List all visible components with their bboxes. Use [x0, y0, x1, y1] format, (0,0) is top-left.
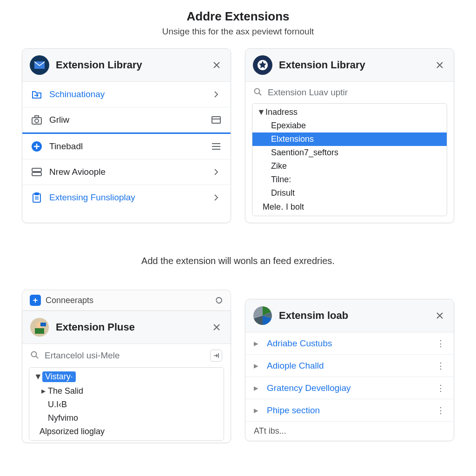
tree-node-nyfvimo[interactable]: Nyfvimo: [29, 411, 224, 425]
page-title: Addre Extensions: [19, 9, 457, 24]
page-header: Addre Extensions Unsige this for the asx…: [19, 9, 457, 37]
tree-node-label: Nyfvimo: [48, 413, 78, 423]
panel4-row-label: Adriabe Custubs: [267, 338, 436, 349]
panel2-header: Extension Library: [245, 49, 454, 82]
panel1-row-label: Grliw: [49, 115, 210, 125]
panel1-row-label: Nrew Avioople: [49, 167, 210, 177]
more-menu-icon[interactable]: ⋮: [436, 361, 445, 371]
disclosure-right-icon: ▸: [254, 338, 260, 349]
panel4-row-phipe-section[interactable]: ▸ Phipe section ⋮: [245, 399, 454, 422]
panel1-row-grliw[interactable]: Grliw: [22, 107, 231, 134]
tree-node-label: Mele․ I bolt: [263, 202, 304, 212]
more-menu-icon[interactable]: ⋮: [436, 405, 445, 416]
search-icon: [31, 351, 40, 360]
svg-point-19: [32, 352, 37, 357]
panel3-top-strip: + Conneerapts: [22, 290, 231, 311]
svg-point-1: [35, 119, 39, 123]
plus-badge-icon[interactable]: +: [30, 295, 41, 306]
refresh-icon[interactable]: [215, 296, 223, 304]
panel4-title: Extensim loab: [279, 310, 433, 322]
middle-caption: Add the extension will wonls an feed exr…: [19, 256, 457, 266]
panel1-row-nrew-avioople[interactable]: Nrew Avioople: [22, 159, 231, 185]
disclosure-right-icon: ▸: [254, 383, 260, 393]
search-icon: [254, 88, 263, 97]
panel1-header: Extension Library: [22, 49, 231, 82]
rectangle-icon: [210, 114, 222, 126]
more-menu-icon[interactable]: ⋮: [436, 383, 445, 393]
panel2-search[interactable]: Extension Luav uptir: [245, 82, 454, 103]
panel-extension-pluse-wrapper: + Conneerapts Extension Pluse: [22, 290, 231, 443]
tree-node-saention7-seftors[interactable]: Saention7_seftors: [252, 146, 447, 159]
export-icon[interactable]: [210, 350, 222, 362]
panel1-row-label: Schinuationay: [49, 89, 210, 99]
svg-rect-7: [32, 172, 41, 176]
tree-node-zike[interactable]: Zike: [252, 159, 447, 173]
panel-extension-library-right: Extension Library Extension Luav uptir ▼…: [245, 48, 454, 223]
panel1-row-schinuationay[interactable]: Schinuationay: [22, 82, 231, 107]
tree-node-label: Zike: [271, 161, 287, 171]
hamburger-icon: [210, 140, 222, 152]
tree-node-label: U.I‹B: [48, 400, 67, 410]
panel3-search-placeholder: Ertancelol usi-Mele: [45, 350, 120, 361]
panel1-row-extensing-funslioplay[interactable]: Extensing Funslioplay: [22, 185, 231, 210]
panel4-row-gratency-devellogiay[interactable]: ▸ Gratency Devellogiay ⋮: [245, 377, 454, 399]
tree-node-the-salid[interactable]: ▸ The Salid: [29, 384, 224, 398]
svg-rect-16: [35, 328, 44, 334]
panel-extensim-loab: Extensim loab ▸ Adriabe Custubs ⋮ ▸ Adio…: [245, 299, 454, 441]
panel3-title: Extension Pluse: [56, 321, 210, 333]
disclosure-down-icon: ▼: [34, 372, 41, 382]
panel1-title: Extension Library: [56, 59, 210, 71]
tree-node-epexiabe[interactable]: Epexiabe: [252, 119, 447, 132]
panel4-row-label: Adiople Challd: [267, 361, 436, 371]
tree-node-inadress[interactable]: ▼ Inadress: [252, 106, 447, 119]
svg-rect-6: [32, 168, 41, 172]
tree-node-label: Drisult: [271, 188, 295, 198]
tree-node-label: The Salid: [48, 386, 83, 396]
pie-circle-icon: [253, 306, 272, 325]
tree-node-alpsorized-lioglay[interactable]: Alpsorized lioglay: [29, 425, 224, 438]
panel3-close-button[interactable]: [210, 321, 223, 334]
panel4-row-adiople-challd[interactable]: ▸ Adiople Challd ⋮: [245, 355, 454, 377]
svg-line-20: [36, 356, 38, 358]
tree-node-label: Tilne:: [271, 175, 291, 185]
panel1-row-tinebadl[interactable]: Tinebadl: [22, 134, 231, 159]
panel4-row-adriabe-custubs[interactable]: ▸ Adriabe Custubs ⋮: [245, 332, 454, 355]
panel2-search-placeholder: Extension Luav uptir: [268, 87, 348, 98]
tree-node-label: Epexiabe: [271, 121, 306, 131]
mail-circle-icon: [30, 55, 49, 75]
tree-node-uikb[interactable]: U.I‹B: [29, 398, 224, 411]
tree-node-label: Vistary·: [42, 371, 76, 382]
more-menu-icon[interactable]: ⋮: [436, 338, 445, 349]
chevron-right-icon: [210, 88, 222, 100]
tree-node-tilne[interactable]: Tilne:: [252, 173, 447, 186]
avatar-icon: [30, 317, 49, 337]
panel3-strip-label: Conneerapts: [46, 296, 93, 305]
panel2-title: Extension Library: [279, 59, 433, 71]
panel4-footer: ATt ibs...: [245, 422, 454, 441]
server-icon: [31, 166, 43, 178]
tree-node-drisult[interactable]: Drisult: [252, 186, 447, 200]
panel4-close-button[interactable]: [433, 309, 446, 322]
svg-rect-3: [212, 117, 220, 123]
panel2-close-button[interactable]: [433, 59, 446, 72]
svg-rect-2: [35, 116, 39, 118]
tree-node-label: Inadress: [265, 107, 298, 117]
tree-node-label: Elxtensions: [271, 134, 314, 144]
star-circle-icon: [253, 55, 272, 75]
svg-line-14: [259, 93, 261, 95]
svg-point-13: [255, 89, 260, 94]
folder-arrow-icon: [31, 88, 43, 100]
panel2-tree: ▼ Inadress Epexiabe Elxtensions Saention…: [252, 103, 447, 216]
camera-icon: [31, 114, 43, 126]
tree-node-extensions[interactable]: Elxtensions: [252, 132, 447, 146]
tree-node-vistary[interactable]: ▼ Vistary·: [29, 370, 224, 384]
panel1-row-label: Tinebadl: [49, 141, 210, 152]
tree-node-mele-bolt[interactable]: Mele․ I bolt: [252, 200, 447, 214]
panel3-search[interactable]: Ertancelol usi-Mele: [22, 344, 231, 367]
clipboard-icon: [31, 192, 43, 204]
panel3-tree: ▼ Vistary· ▸ The Salid U.I‹B Nyfvimo Alp: [29, 367, 224, 441]
tree-node-label: Saention7_seftors: [271, 148, 338, 158]
panel3-header: Extension Pluse: [22, 311, 231, 344]
panel1-close-button[interactable]: [210, 59, 223, 72]
panel4-header: Extensim loab: [245, 299, 454, 332]
